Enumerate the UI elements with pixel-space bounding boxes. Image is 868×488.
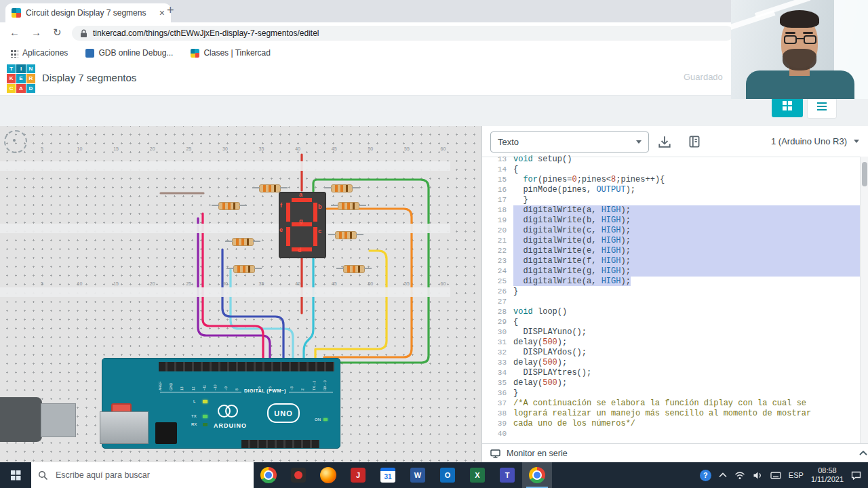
bookmark-item[interactable]: Aplicaciones <box>9 48 68 58</box>
search-icon <box>38 470 48 481</box>
scrollbar[interactable] <box>860 157 868 443</box>
tinkercad-logo[interactable]: TINKERCAD <box>7 64 35 93</box>
action-center-icon[interactable] <box>851 471 861 480</box>
breadboard-channel <box>0 224 450 233</box>
code-line: 27 <box>482 297 861 307</box>
taskbar-app-chrome[interactable] <box>254 462 283 488</box>
column-label: 55 <box>404 281 410 286</box>
wire-cyan[interactable] <box>304 258 313 366</box>
pin-label: ~6 <box>258 372 269 390</box>
code-line: 39cada uno de los números*/ <box>482 419 861 429</box>
segment-label: c <box>318 228 321 235</box>
code-line: 40 <box>482 429 861 439</box>
segment-c <box>313 227 317 246</box>
language-indicator[interactable]: ESP <box>789 471 804 479</box>
url-field[interactable]: tinkercad.com/things/cthEWwJjxEn-display… <box>72 26 734 41</box>
code-editor[interactable]: 13void setup()14{15 for(pines=0;pines<8;… <box>482 155 861 441</box>
resistor[interactable] <box>232 238 254 246</box>
screen: Circuit design Display 7 segmens × + ← →… <box>0 0 868 488</box>
back-icon[interactable]: ← <box>9 26 20 38</box>
rotate-handle-icon[interactable] <box>4 130 27 153</box>
taskbar-app-outlook[interactable]: O <box>433 462 462 488</box>
help-icon[interactable]: ? <box>700 470 711 481</box>
resistor[interactable] <box>335 231 357 239</box>
system-tray: ? ESP 08:58 1/11/2021 <box>700 462 868 488</box>
usb-cable[interactable] <box>0 397 42 442</box>
bookmark-item[interactable]: Clases | Tinkercad <box>191 48 271 58</box>
start-button[interactable] <box>0 462 31 488</box>
download-code-icon[interactable] <box>657 134 672 149</box>
taskbar-app-excel[interactable]: X <box>462 462 492 488</box>
column-label: 50 <box>368 281 373 286</box>
line-number: 27 <box>482 297 513 307</box>
line-number: 33 <box>482 358 513 368</box>
code-line: 35delay(500); <box>482 378 861 388</box>
chevron-up-icon[interactable] <box>859 450 867 455</box>
chevron-down-icon <box>854 140 859 143</box>
code-line: 38logrará realizar un manejo más sencill… <box>482 409 861 419</box>
line-number: 31 <box>482 338 513 348</box>
code-line: 34 DISPLAYtres(); <box>482 368 861 378</box>
forward-icon[interactable]: → <box>31 26 41 38</box>
clock-date: 1/11/2021 <box>811 475 844 484</box>
taskbar-app-teams[interactable]: T <box>492 462 522 488</box>
taskbar-apps: J31WOXT <box>254 462 552 488</box>
led-label-rx: RX <box>191 422 197 426</box>
volume-icon[interactable] <box>753 471 763 480</box>
tab-close-icon[interactable]: × <box>159 7 165 18</box>
power-header-pins[interactable] <box>241 440 319 448</box>
arduino-logo-icon <box>225 405 238 418</box>
tray-chevron-up-icon[interactable] <box>719 472 727 478</box>
code-mode-select[interactable]: Texto <box>490 131 649 152</box>
search-input[interactable] <box>54 470 220 481</box>
clock[interactable]: 08:58 1/11/2021 <box>811 466 844 484</box>
board-select[interactable]: 1 (Arduino Uno R3) <box>771 131 859 151</box>
line-number: 16 <box>482 185 513 195</box>
led-label-tx: TX <box>191 414 197 418</box>
library-icon[interactable] <box>687 134 702 149</box>
line-number: 28 <box>482 307 513 317</box>
circuit-canvas[interactable]: 5101520253035404550556051015202530354045… <box>0 126 481 462</box>
usb-plug[interactable] <box>41 403 76 437</box>
bookmark-favicon-icon <box>85 49 94 58</box>
resistor[interactable] <box>338 202 359 210</box>
line-number: 21 <box>482 236 513 246</box>
resistor[interactable] <box>343 265 365 273</box>
resistor[interactable] <box>218 202 240 210</box>
segment-b <box>313 203 317 222</box>
keyboard-icon[interactable] <box>770 472 781 479</box>
breadboard-channel <box>0 287 450 297</box>
code-line: 13void setup() <box>482 155 861 165</box>
resistor[interactable] <box>233 265 255 273</box>
code-line: 18 digitalWrite(a, HIGH); <box>482 205 861 216</box>
taskbar-app-chrome[interactable] <box>522 462 552 488</box>
column-label: 30 <box>222 146 228 151</box>
taskbar-app-word[interactable]: W <box>403 462 433 488</box>
bookmark-item[interactable]: GDB online Debug... <box>85 48 173 58</box>
design-title[interactable]: Display 7 segmentos <box>42 72 136 83</box>
column-label: 45 <box>332 146 337 151</box>
taskbar-search[interactable] <box>31 462 254 488</box>
code-line: 25 digitalWrite(a, HIGH); <box>482 277 861 287</box>
pin-label: 4 <box>279 372 290 390</box>
jdownloader-icon: J <box>351 468 366 483</box>
taskbar-app-jdownloader[interactable]: J <box>343 462 373 488</box>
serial-monitor-bar[interactable]: Monitor en serie <box>482 443 868 463</box>
taskbar-app-calendar[interactable]: 31 <box>373 462 403 488</box>
scrollbar-thumb[interactable] <box>862 162 867 186</box>
resistor[interactable] <box>259 184 281 192</box>
browser-tab[interactable]: Circuit design Display 7 segmens × <box>5 3 171 22</box>
new-tab-button[interactable]: + <box>167 3 174 18</box>
column-label: 40 <box>295 281 300 286</box>
resistor[interactable] <box>331 184 353 192</box>
digital-header-pins[interactable] <box>159 362 334 371</box>
person-beard <box>783 49 816 70</box>
media-icon <box>291 468 306 483</box>
network-icon[interactable] <box>734 471 745 480</box>
reload-icon[interactable]: ↻ <box>53 26 62 39</box>
seven-segment-display[interactable]: a f b g e c d <box>279 192 326 258</box>
taskbar-app-media[interactable] <box>283 462 313 488</box>
excel-icon: X <box>470 468 485 483</box>
taskbar-app-firefox[interactable] <box>313 462 343 488</box>
arduino-uno-board[interactable]: AREFGND1312~11~10~987~6~54~32TX→1RX←0 DI… <box>102 358 340 449</box>
